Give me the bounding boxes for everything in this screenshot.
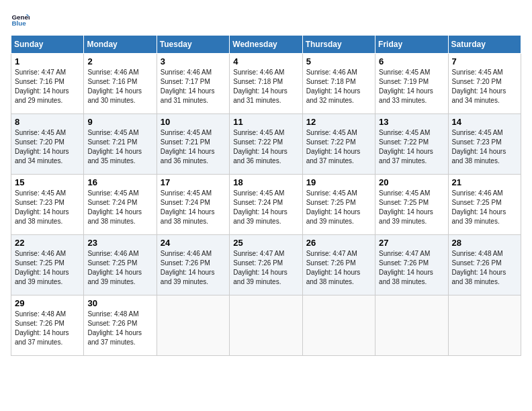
logo-icon: General Blue bbox=[11, 11, 30, 30]
day-number: 6 bbox=[379, 56, 444, 66]
day-cell: 13 Sunrise: 4:45 AMSunset: 7:22 PMDaylig… bbox=[375, 114, 448, 175]
day-number: 3 bbox=[161, 56, 226, 66]
day-cell: 11 Sunrise: 4:45 AMSunset: 7:22 PMDaylig… bbox=[230, 114, 302, 175]
day-cell: 23 Sunrise: 4:46 AMSunset: 7:25 PMDaylig… bbox=[84, 235, 157, 295]
day-cell bbox=[157, 295, 229, 356]
day-info: Sunrise: 4:47 AMSunset: 7:26 PMDaylight:… bbox=[306, 250, 361, 285]
day-info: Sunrise: 4:45 AMSunset: 7:20 PMDaylight:… bbox=[15, 129, 69, 165]
day-info: Sunrise: 4:45 AMSunset: 7:20 PMDaylight:… bbox=[452, 68, 506, 104]
day-number: 4 bbox=[233, 56, 298, 66]
day-number: 27 bbox=[379, 238, 444, 248]
day-info: Sunrise: 4:48 AMSunset: 7:26 PMDaylight:… bbox=[15, 310, 69, 346]
day-cell: 8 Sunrise: 4:45 AMSunset: 7:20 PMDayligh… bbox=[11, 114, 84, 175]
day-cell: 29 Sunrise: 4:48 AMSunset: 7:26 PMDaylig… bbox=[11, 295, 84, 356]
day-info: Sunrise: 4:45 AMSunset: 7:24 PMDaylight:… bbox=[233, 189, 287, 225]
day-number: 28 bbox=[452, 238, 517, 248]
day-info: Sunrise: 4:45 AMSunset: 7:21 PMDaylight:… bbox=[87, 129, 142, 165]
day-cell: 9 Sunrise: 4:45 AMSunset: 7:21 PMDayligh… bbox=[84, 114, 157, 175]
day-info: Sunrise: 4:45 AMSunset: 7:22 PMDaylight:… bbox=[379, 129, 433, 165]
day-cell: 4 Sunrise: 4:46 AMSunset: 7:18 PMDayligh… bbox=[230, 54, 302, 114]
day-cell: 26 Sunrise: 4:47 AMSunset: 7:26 PMDaylig… bbox=[302, 235, 375, 295]
day-info: Sunrise: 4:48 AMSunset: 7:26 PMDaylight:… bbox=[452, 250, 506, 285]
day-info: Sunrise: 4:46 AMSunset: 7:17 PMDaylight:… bbox=[161, 68, 215, 104]
week-row-5: 29 Sunrise: 4:48 AMSunset: 7:26 PMDaylig… bbox=[11, 295, 521, 356]
day-number: 8 bbox=[15, 117, 80, 127]
week-row-2: 8 Sunrise: 4:45 AMSunset: 7:20 PMDayligh… bbox=[11, 114, 521, 175]
day-number: 18 bbox=[233, 177, 298, 187]
day-cell: 12 Sunrise: 4:45 AMSunset: 7:22 PMDaylig… bbox=[302, 114, 375, 175]
page-header: General Blue bbox=[11, 11, 521, 30]
day-number: 20 bbox=[379, 177, 444, 187]
day-number: 11 bbox=[233, 117, 298, 127]
day-number: 5 bbox=[306, 56, 371, 66]
logo: General Blue bbox=[11, 11, 32, 30]
day-info: Sunrise: 4:47 AMSunset: 7:26 PMDaylight:… bbox=[233, 250, 287, 285]
day-number: 9 bbox=[87, 117, 152, 127]
day-cell: 27 Sunrise: 4:47 AMSunset: 7:26 PMDaylig… bbox=[375, 235, 448, 295]
calendar-table: SundayMondayTuesdayWednesdayThursdayFrid… bbox=[11, 35, 521, 356]
day-info: Sunrise: 4:46 AMSunset: 7:18 PMDaylight:… bbox=[233, 68, 287, 104]
week-row-1: 1 Sunrise: 4:47 AMSunset: 7:16 PMDayligh… bbox=[11, 54, 521, 114]
day-cell: 21 Sunrise: 4:46 AMSunset: 7:25 PMDaylig… bbox=[448, 175, 521, 235]
day-number: 25 bbox=[233, 238, 298, 248]
day-info: Sunrise: 4:46 AMSunset: 7:25 PMDaylight:… bbox=[452, 189, 506, 225]
day-number: 14 bbox=[452, 117, 517, 127]
day-cell: 7 Sunrise: 4:45 AMSunset: 7:20 PMDayligh… bbox=[448, 54, 521, 114]
day-cell: 28 Sunrise: 4:48 AMSunset: 7:26 PMDaylig… bbox=[448, 235, 521, 295]
day-number: 17 bbox=[161, 177, 226, 187]
day-cell: 18 Sunrise: 4:45 AMSunset: 7:24 PMDaylig… bbox=[230, 175, 302, 235]
day-number: 10 bbox=[161, 117, 226, 127]
day-cell: 16 Sunrise: 4:45 AMSunset: 7:24 PMDaylig… bbox=[84, 175, 157, 235]
day-number: 15 bbox=[15, 177, 80, 187]
day-cell: 30 Sunrise: 4:48 AMSunset: 7:26 PMDaylig… bbox=[84, 295, 157, 356]
day-info: Sunrise: 4:46 AMSunset: 7:25 PMDaylight:… bbox=[87, 250, 142, 285]
day-cell bbox=[448, 295, 521, 356]
day-number: 19 bbox=[306, 177, 371, 187]
day-info: Sunrise: 4:45 AMSunset: 7:21 PMDaylight:… bbox=[161, 129, 215, 165]
day-cell: 24 Sunrise: 4:46 AMSunset: 7:26 PMDaylig… bbox=[157, 235, 229, 295]
day-info: Sunrise: 4:48 AMSunset: 7:26 PMDaylight:… bbox=[87, 310, 142, 346]
day-number: 24 bbox=[161, 238, 226, 248]
week-row-4: 22 Sunrise: 4:46 AMSunset: 7:25 PMDaylig… bbox=[11, 235, 521, 295]
day-info: Sunrise: 4:45 AMSunset: 7:19 PMDaylight:… bbox=[379, 68, 433, 104]
day-info: Sunrise: 4:45 AMSunset: 7:22 PMDaylight:… bbox=[233, 129, 287, 165]
weekday-header-friday: Friday bbox=[375, 36, 448, 54]
day-number: 1 bbox=[15, 56, 80, 66]
day-cell: 14 Sunrise: 4:45 AMSunset: 7:23 PMDaylig… bbox=[448, 114, 521, 175]
weekday-header-wednesday: Wednesday bbox=[230, 36, 302, 54]
day-cell: 2 Sunrise: 4:46 AMSunset: 7:16 PMDayligh… bbox=[84, 54, 157, 114]
day-number: 30 bbox=[87, 298, 152, 308]
day-number: 12 bbox=[306, 117, 371, 127]
day-number: 21 bbox=[452, 177, 517, 187]
day-cell: 17 Sunrise: 4:45 AMSunset: 7:24 PMDaylig… bbox=[157, 175, 229, 235]
weekday-header-tuesday: Tuesday bbox=[157, 36, 229, 54]
weekday-header-saturday: Saturday bbox=[448, 36, 521, 54]
day-number: 22 bbox=[15, 238, 80, 248]
day-cell bbox=[230, 295, 302, 356]
weekday-header-row: SundayMondayTuesdayWednesdayThursdayFrid… bbox=[11, 36, 521, 54]
weekday-header-monday: Monday bbox=[84, 36, 157, 54]
day-info: Sunrise: 4:45 AMSunset: 7:23 PMDaylight:… bbox=[15, 189, 69, 225]
weekday-header-sunday: Sunday bbox=[11, 36, 84, 54]
day-cell: 15 Sunrise: 4:45 AMSunset: 7:23 PMDaylig… bbox=[11, 175, 84, 235]
day-info: Sunrise: 4:45 AMSunset: 7:22 PMDaylight:… bbox=[306, 129, 361, 165]
day-info: Sunrise: 4:46 AMSunset: 7:26 PMDaylight:… bbox=[161, 250, 215, 285]
day-number: 13 bbox=[379, 117, 444, 127]
day-info: Sunrise: 4:46 AMSunset: 7:25 PMDaylight:… bbox=[15, 250, 69, 285]
day-number: 26 bbox=[306, 238, 371, 248]
day-number: 16 bbox=[87, 177, 152, 187]
day-cell: 6 Sunrise: 4:45 AMSunset: 7:19 PMDayligh… bbox=[375, 54, 448, 114]
day-number: 23 bbox=[87, 238, 152, 248]
day-info: Sunrise: 4:45 AMSunset: 7:25 PMDaylight:… bbox=[306, 189, 361, 225]
day-info: Sunrise: 4:47 AMSunset: 7:16 PMDaylight:… bbox=[15, 68, 69, 104]
day-cell: 5 Sunrise: 4:46 AMSunset: 7:18 PMDayligh… bbox=[302, 54, 375, 114]
day-cell: 20 Sunrise: 4:45 AMSunset: 7:25 PMDaylig… bbox=[375, 175, 448, 235]
svg-text:Blue: Blue bbox=[11, 19, 26, 27]
week-row-3: 15 Sunrise: 4:45 AMSunset: 7:23 PMDaylig… bbox=[11, 175, 521, 235]
day-cell: 3 Sunrise: 4:46 AMSunset: 7:17 PMDayligh… bbox=[157, 54, 229, 114]
day-cell: 25 Sunrise: 4:47 AMSunset: 7:26 PMDaylig… bbox=[230, 235, 302, 295]
weekday-header-thursday: Thursday bbox=[302, 36, 375, 54]
day-cell: 22 Sunrise: 4:46 AMSunset: 7:25 PMDaylig… bbox=[11, 235, 84, 295]
day-number: 7 bbox=[452, 56, 517, 66]
day-number: 2 bbox=[87, 56, 152, 66]
